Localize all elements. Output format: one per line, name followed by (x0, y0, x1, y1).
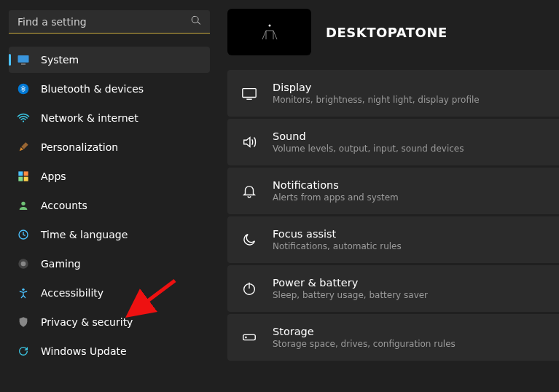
sidebar-item-label: Accessibility (41, 287, 103, 299)
clock-globe-icon (16, 227, 31, 242)
tile-subtitle: Alerts from apps and system (273, 192, 399, 203)
tile-title: Display (273, 82, 480, 93)
tile-title: Sound (273, 130, 464, 142)
tile-subtitle: Sleep, battery usage, battery saver (273, 290, 428, 300)
tile-subtitle: Volume levels, output, input, sound devi… (273, 144, 464, 154)
monitor-icon (16, 52, 31, 67)
svg-point-3 (23, 120, 24, 122)
tile-title: Focus assist (273, 228, 402, 240)
search-input[interactable]: Find a setting (9, 10, 210, 34)
svg-rect-6 (18, 177, 23, 181)
tile-display[interactable]: Display Monitors, brightness, night ligh… (227, 70, 559, 117)
gaming-icon (16, 256, 31, 271)
sidebar-item-label: Apps (41, 170, 66, 182)
sidebar-item-label: Bluetooth & devices (41, 83, 144, 95)
person-icon (16, 198, 31, 213)
display-icon (241, 85, 258, 102)
storage-icon (241, 329, 258, 346)
sidebar-item-label: Gaming (41, 258, 81, 270)
tile-subtitle: Monitors, brightness, night light, displ… (273, 95, 480, 105)
sidebar-item-windows-update[interactable]: Windows Update (9, 338, 210, 364)
tile-subtitle: Notifications, automatic rules (273, 241, 402, 251)
sidebar-item-label: Personalization (41, 141, 118, 153)
tile-title: Power & battery (273, 277, 428, 289)
sidebar-item-accounts[interactable]: Accounts (9, 192, 210, 219)
svg-rect-4 (18, 171, 23, 176)
sidebar-item-label: Time & language (41, 229, 128, 240)
tile-title: Notifications (273, 179, 399, 191)
nav-list: System Bluetooth & devices Network & int… (9, 47, 210, 364)
svg-rect-0 (18, 55, 29, 63)
sidebar-item-label: Privacy & security (41, 316, 133, 328)
search-icon (191, 15, 201, 28)
svg-rect-7 (24, 177, 28, 181)
wifi-icon (16, 111, 31, 125)
sidebar-item-system[interactable]: System (9, 47, 210, 73)
bluetooth-icon (16, 82, 31, 96)
svg-point-19 (246, 337, 247, 338)
bell-icon (241, 182, 258, 200)
moon-icon (241, 231, 258, 248)
sidebar-item-personalization[interactable]: Personalization (9, 134, 210, 160)
sidebar-item-privacy-security[interactable]: Privacy & security (9, 309, 210, 335)
header: DESKTOPATONE (227, 9, 559, 55)
sidebar-item-label: System (41, 54, 79, 66)
main-content: DESKTOPATONE Display Monitors, brightnes… (219, 0, 559, 392)
sidebar-item-label: Accounts (41, 200, 87, 211)
sidebar: Find a setting System Bluetooth & device… (0, 0, 219, 392)
tile-storage[interactable]: Storage Storage space, drives, configura… (227, 314, 559, 361)
svg-point-11 (21, 262, 26, 267)
tile-sound[interactable]: Sound Volume levels, output, input, soun… (227, 119, 559, 165)
accessibility-icon (16, 286, 31, 300)
svg-rect-1 (21, 63, 26, 65)
svg-point-13 (268, 25, 270, 27)
power-icon (241, 280, 258, 297)
paintbrush-icon (16, 140, 31, 154)
tile-title: Storage (273, 326, 456, 337)
sidebar-item-label: Windows Update (41, 345, 127, 357)
sidebar-item-accessibility[interactable]: Accessibility (9, 280, 210, 306)
svg-rect-5 (24, 171, 28, 176)
svg-point-12 (22, 289, 24, 291)
avatar (227, 9, 311, 55)
sidebar-item-apps[interactable]: Apps (9, 163, 210, 189)
sidebar-item-time-language[interactable]: Time & language (9, 222, 210, 248)
search-placeholder: Find a setting (17, 16, 87, 28)
hostname: DESKTOPATONE (326, 25, 447, 40)
sidebar-item-label: Network & internet (41, 112, 138, 124)
apps-icon (16, 169, 31, 184)
svg-rect-14 (243, 89, 256, 98)
settings-tiles: Display Monitors, brightness, night ligh… (227, 70, 559, 361)
tile-focus-assist[interactable]: Focus assist Notifications, automatic ru… (227, 216, 559, 263)
sidebar-item-bluetooth[interactable]: Bluetooth & devices (9, 76, 210, 102)
update-icon (16, 344, 31, 358)
sidebar-item-gaming[interactable]: Gaming (9, 251, 210, 277)
sound-icon (241, 133, 258, 151)
tile-power-battery[interactable]: Power & battery Sleep, battery usage, ba… (227, 265, 559, 312)
tile-subtitle: Storage space, drives, configuration rul… (273, 339, 456, 349)
svg-point-8 (21, 202, 25, 205)
sidebar-item-network[interactable]: Network & internet (9, 105, 210, 131)
shield-icon (16, 315, 31, 329)
tile-notifications[interactable]: Notifications Alerts from apps and syste… (227, 168, 559, 214)
